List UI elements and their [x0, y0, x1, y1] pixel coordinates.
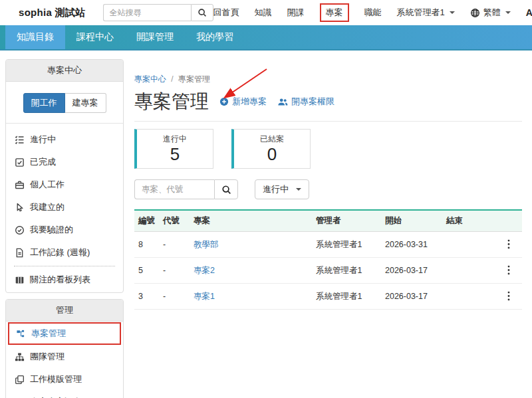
nav-competency[interactable]: 職能 — [364, 7, 382, 19]
cell-start-date: 2026-03-31 — [381, 232, 442, 258]
nav-project[interactable]: 專案 — [320, 3, 349, 22]
sidebar-item-label: 我要驗證的 — [30, 224, 73, 236]
page-title: 專案管理 — [134, 91, 209, 112]
chevron-down-icon — [296, 188, 301, 191]
top-header: sophia 測試站 回首頁 知識 開課 專案 職能 系統管理者1 — [0, 0, 532, 25]
user-menu[interactable]: 系統管理者1 — [397, 7, 455, 19]
add-project-label: 新增專案 — [232, 96, 267, 108]
breadcrumb-current: 專案管理 — [178, 74, 210, 84]
divider — [6, 123, 123, 124]
sidebar-item-to-verify[interactable]: 我要驗證的 — [6, 219, 123, 241]
nav-course[interactable]: 開課 — [287, 7, 305, 19]
main-content: 專案中心 / 專案管理 專案管理 新增專案 — [124, 59, 532, 310]
table-row: 5 - 專案2 系統管理者1 2026-03-17 — [134, 258, 522, 284]
copy-icon — [15, 375, 25, 385]
chevron-down-icon — [450, 11, 455, 14]
sidebar-item-center-settings[interactable]: 專案中心設定 — [6, 391, 123, 398]
row-actions-button[interactable] — [505, 290, 513, 302]
cell-start-date: 2026-03-17 — [381, 284, 442, 310]
col-header-id: 編號 — [134, 210, 159, 232]
sidebar-item-completed[interactable]: 已完成 — [6, 151, 123, 173]
cell-code: - — [159, 258, 190, 284]
cell-code: - — [159, 232, 190, 258]
row-actions-button[interactable] — [505, 264, 513, 276]
language-label: 繁體 — [483, 7, 501, 19]
project-link[interactable]: 專案1 — [194, 292, 215, 301]
nav-knowledge[interactable]: 知識 — [255, 7, 272, 19]
sidebar-item-in-progress[interactable]: 進行中 — [6, 128, 123, 151]
dotted-divider — [14, 266, 115, 266]
sidebar-item-label: 個人工作 — [30, 179, 65, 191]
tab-knowledge-catalog[interactable]: 知識目錄 — [5, 25, 65, 49]
project-link[interactable]: 教學部 — [194, 240, 219, 249]
search-icon — [221, 185, 231, 195]
cell-id: 8 — [134, 232, 159, 258]
cell-code: - — [159, 284, 190, 310]
kebab-icon — [507, 239, 510, 249]
cell-end-date — [442, 284, 481, 310]
project-link[interactable]: 專案2 — [194, 266, 215, 275]
language-menu[interactable]: 繁體 — [470, 7, 511, 19]
col-header-start: 開始 — [381, 210, 442, 232]
breadcrumb-parent[interactable]: 專案中心 — [134, 74, 166, 84]
add-project-link[interactable]: 新增專案 — [219, 96, 267, 108]
col-header-name: 專案 — [190, 210, 312, 232]
nav-home[interactable]: 回首頁 — [213, 7, 239, 19]
sidebar-item-team-admin[interactable]: 團隊管理 — [6, 346, 123, 368]
file-icon — [15, 248, 25, 258]
cell-end-date — [442, 232, 481, 258]
col-header-actions — [481, 210, 522, 232]
divider — [134, 121, 522, 122]
sidebar-item-watched-boards[interactable]: 關注的看板列表 — [6, 268, 123, 292]
project-search-button[interactable] — [214, 179, 238, 199]
cell-id: 5 — [134, 258, 159, 284]
sidebar-item-label: 進行中 — [30, 134, 56, 146]
top-nav: 回首頁 知識 開課 專案 職能 系統管理者1 繁體 A — [213, 3, 532, 22]
site-search-input[interactable] — [103, 4, 191, 21]
stat-value: 0 — [234, 145, 310, 165]
cell-end-date — [442, 258, 481, 284]
project-permission-label: 開專案權限 — [291, 96, 334, 108]
admin-panel: 管理 專案管理 — [5, 299, 124, 398]
sidebar-item-label: 團隊管理 — [30, 351, 65, 363]
stat-card-in-progress: 進行中 5 — [134, 129, 213, 169]
sidebar-item-work-log[interactable]: 工作記錄 (週報) — [6, 241, 123, 264]
sidebar-item-label: 工作模版管理 — [30, 373, 82, 385]
status-filter-select[interactable]: 進行中 — [255, 179, 309, 199]
sidebar-item-created-by-me[interactable]: 我建立的 — [6, 196, 123, 219]
project-permission-link[interactable]: 開專案權限 — [277, 96, 334, 108]
tab-course-admin[interactable]: 開課管理 — [125, 25, 185, 49]
open-task-button[interactable]: 開工作 — [23, 93, 65, 113]
sidebar-item-personal-tasks[interactable]: 個人工作 — [6, 173, 123, 196]
sitemap-icon — [16, 329, 26, 339]
cell-manager: 系統管理者1 — [312, 232, 381, 258]
sidebar-button-group: 開工作 建專案 — [6, 82, 123, 123]
font-size-menu[interactable]: A — [526, 7, 532, 18]
row-actions-button[interactable] — [505, 238, 513, 250]
check-square-icon — [15, 157, 25, 167]
col-header-end: 結束 — [442, 210, 481, 232]
projects-table: 編號 代號 專案 管理者 開始 結束 8 - 教學部 系統管理者1 2026-0… — [134, 209, 522, 310]
create-project-button[interactable]: 建專案 — [65, 93, 106, 113]
site-logo[interactable]: sophia 測試站 — [19, 7, 86, 19]
stat-label: 已結案 — [234, 134, 310, 145]
project-search-input[interactable] — [134, 179, 214, 199]
table-row: 8 - 教學部 系統管理者1 2026-03-31 — [134, 232, 522, 258]
project-center-panel: 專案中心 開工作 建專案 進行中 — [5, 59, 124, 293]
kebab-icon — [507, 265, 510, 275]
chevron-down-icon — [505, 11, 511, 14]
sidebar-item-template-admin[interactable]: 工作模版管理 — [6, 368, 123, 391]
tab-course-center[interactable]: 課程中心 — [65, 25, 125, 49]
breadcrumb-separator: / — [171, 74, 173, 84]
site-search-button[interactable] — [191, 4, 213, 21]
tasks-icon — [15, 135, 25, 145]
kanban-board-icon — [15, 275, 25, 285]
search-icon — [198, 8, 207, 17]
tab-my-learning[interactable]: 我的學習 — [185, 25, 245, 49]
users-icon — [277, 98, 288, 106]
stat-value: 5 — [137, 145, 213, 165]
font-size-label: A — [526, 7, 532, 18]
cell-manager: 系統管理者1 — [312, 258, 381, 284]
stat-card-closed: 已結案 0 — [231, 129, 311, 169]
sidebar-item-project-admin[interactable]: 專案管理 — [8, 322, 121, 345]
